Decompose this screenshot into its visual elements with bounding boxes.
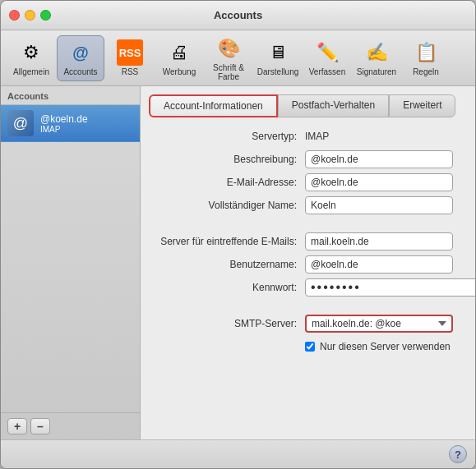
server-label: Server für eintreffende E-Mails: — [149, 236, 305, 247]
tab-postfach[interactable]: Postfach-Verhalten — [278, 94, 389, 117]
titlebar: Accounts — [1, 1, 475, 30]
toolbar-accounts[interactable]: @ Accounts — [57, 35, 104, 81]
werbung-label: Werbung — [163, 67, 196, 76]
row-beschreibung: Beschreibung: — [149, 150, 475, 168]
vollname-input[interactable] — [305, 196, 453, 214]
maximize-button[interactable] — [40, 10, 51, 21]
tab-bar: Account-Informationen Postfach-Verhalten… — [149, 94, 475, 117]
servertyp-label: Servertyp: — [149, 131, 305, 142]
main-area: Accounts @ @koeln.de IMAP + – Acc — [1, 86, 475, 439]
allgemein-icon: ⚙ — [18, 39, 44, 66]
help-button[interactable]: ? — [449, 445, 467, 463]
row-server: Server für eintreffende E-Mails: — [149, 232, 475, 251]
darstellung-label: Darstellung — [257, 67, 299, 76]
row-only-server: Nur diesen Server verwenden — [305, 341, 475, 352]
toolbar-verfassen[interactable]: ✏️ Verfassen — [303, 35, 351, 81]
darstellung-icon: 🖥 — [265, 39, 291, 66]
server-input[interactable] — [305, 232, 453, 251]
account-form: Servertyp: IMAP Beschreibung: E-Mail-Adr… — [149, 127, 475, 352]
sidebar-account-imap[interactable]: @ @koeln.de IMAP — [1, 105, 140, 142]
verfassen-label: Verfassen — [309, 67, 345, 76]
account-imap-info: @koeln.de IMAP — [40, 113, 88, 134]
row-smtp: SMTP-Server: mail.koeln.de: @koe — [149, 315, 475, 333]
remove-account-button[interactable]: – — [30, 418, 50, 435]
account-imap-icon: @ — [7, 110, 34, 136]
beschreibung-input[interactable] — [305, 150, 453, 168]
main-window: Accounts ⚙ Allgemein @ Accounts RSS RSS … — [0, 0, 476, 469]
servertyp-value: IMAP — [305, 131, 329, 142]
vollname-label: Vollständiger Name: — [149, 200, 305, 211]
signaturen-icon: ✍️ — [363, 39, 390, 66]
sidebar: Accounts @ @koeln.de IMAP + – — [1, 86, 141, 439]
rss-label: RSS — [122, 67, 139, 76]
close-button[interactable] — [9, 10, 20, 21]
verfassen-icon: ✏️ — [314, 39, 340, 66]
accounts-icon: @ — [67, 39, 94, 66]
row-servertyp: Servertyp: IMAP — [149, 127, 475, 145]
row-email: E-Mail-Adresse: — [149, 173, 475, 191]
tab-erweitert[interactable]: Erweitert — [389, 94, 455, 117]
smtp-wrapper: mail.koeln.de: @koe — [305, 315, 453, 333]
toolbar-darstellung[interactable]: 🖥 Darstellung — [254, 35, 302, 81]
password-input[interactable] — [305, 278, 475, 297]
row-name: Vollständiger Name: — [149, 196, 475, 214]
toolbar-schrift[interactable]: 🎨 Schrift & Farbe — [205, 35, 252, 81]
sidebar-header: Accounts — [1, 86, 140, 105]
toolbar-signaturen[interactable]: ✍️ Signaturen — [353, 35, 400, 81]
email-label: E-Mail-Adresse: — [149, 177, 305, 188]
row-password: Kennwort: — [149, 278, 475, 297]
toolbar: ⚙ Allgemein @ Accounts RSS RSS 🖨 Werbung… — [1, 30, 475, 86]
username-label: Benutzername: — [149, 259, 305, 270]
beschreibung-label: Beschreibung: — [149, 154, 305, 165]
tab-account-info[interactable]: Account-Informationen — [149, 94, 278, 117]
window-controls — [9, 10, 51, 21]
rss-icon: RSS — [117, 39, 143, 66]
smtp-select[interactable]: mail.koeln.de: @koe — [305, 315, 453, 333]
schrift-icon: 🎨 — [215, 35, 242, 62]
minimize-button[interactable] — [25, 10, 35, 21]
toolbar-regeln[interactable]: 📋 Regeln — [402, 35, 450, 81]
only-server-label: Nur diesen Server verwenden — [320, 341, 451, 352]
content-area: Account-Informationen Postfach-Verhalten… — [141, 86, 475, 439]
window-title: Accounts — [214, 9, 262, 21]
schrift-label: Schrift & Farbe — [205, 63, 252, 81]
signaturen-label: Signaturen — [357, 67, 396, 76]
toolbar-werbung[interactable]: 🖨 Werbung — [155, 35, 203, 81]
add-account-button[interactable]: + — [7, 418, 27, 435]
smtp-label: SMTP-Server: — [149, 318, 305, 329]
account-imap-type: IMAP — [40, 125, 88, 134]
allgemein-label: Allgemein — [13, 67, 49, 76]
werbung-icon: 🖨 — [166, 39, 192, 66]
toolbar-allgemein[interactable]: ⚙ Allgemein — [7, 35, 55, 81]
toolbar-rss[interactable]: RSS RSS — [106, 35, 154, 81]
username-input[interactable] — [305, 255, 453, 274]
regeln-icon: 📋 — [413, 39, 439, 66]
row-username: Benutzername: — [149, 255, 475, 274]
accounts-label: Accounts — [63, 67, 97, 76]
sidebar-accounts-list: @ @koeln.de IMAP — [1, 105, 140, 412]
sidebar-footer: + – — [1, 412, 140, 439]
only-server-checkbox[interactable] — [305, 342, 315, 352]
password-label: Kennwort: — [149, 282, 305, 293]
regeln-label: Regeln — [413, 67, 439, 76]
account-imap-name: @koeln.de — [40, 113, 88, 125]
email-input[interactable] — [305, 173, 453, 191]
bottom-bar: ? — [1, 439, 475, 468]
